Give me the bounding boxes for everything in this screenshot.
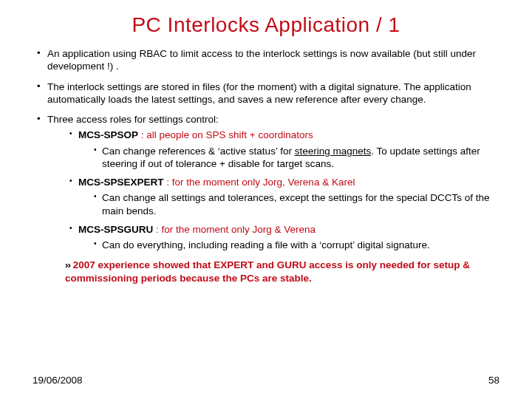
role-desc: : for the moment only Jorg, Verena & Kar… bbox=[164, 177, 355, 188]
conclusion-text: 2007 experience showed that EXPERT and G… bbox=[65, 259, 470, 284]
role-name: MCS-SPSGURU bbox=[78, 224, 153, 235]
role-name: MCS-SPSOP bbox=[78, 129, 138, 140]
role-desc: : all people on SPS shift + coordinators bbox=[138, 129, 313, 140]
footer-date: 19/06/2008 bbox=[33, 375, 83, 386]
role-item: MCS-SPSEXPERT : for the moment only Jorg… bbox=[72, 176, 499, 217]
role-sublist: Can change all settings and tolerances, … bbox=[78, 191, 499, 217]
underlined-text: steering magnets bbox=[295, 146, 372, 157]
bullet-item: An application using RBAC to limit acces… bbox=[37, 47, 499, 73]
role-sublist: Can do everything, including reading a f… bbox=[78, 239, 499, 251]
role-subitem: Can do everything, including reading a f… bbox=[96, 239, 499, 251]
conclusion: ›› 2007 experience showed that EXPERT an… bbox=[65, 259, 499, 284]
slide-title: PC Interlocks Application / 1 bbox=[33, 13, 499, 37]
bullet-item: The interlock settings are stored in fil… bbox=[37, 81, 499, 106]
roles-list: MCS-SPSOP : all people on SPS shift + co… bbox=[47, 129, 499, 251]
role-subitem: Can change references & ‘active status’ … bbox=[96, 145, 499, 171]
text: Can change references & ‘active status’ … bbox=[102, 146, 295, 157]
role-desc: : for the moment only Jorg & Verena bbox=[153, 224, 316, 235]
bullet-text: Three access roles for settings control: bbox=[47, 114, 219, 125]
bullet-item: Three access roles for settings control:… bbox=[37, 113, 499, 251]
slide: PC Interlocks Application / 1 An applica… bbox=[0, 0, 532, 399]
bullet-list: An application using RBAC to limit acces… bbox=[33, 47, 499, 251]
arrows-icon: ›› bbox=[65, 259, 70, 270]
role-name: MCS-SPSEXPERT bbox=[78, 177, 164, 188]
role-item: MCS-SPSGURU : for the moment only Jorg &… bbox=[72, 223, 499, 252]
role-item: MCS-SPSOP : all people on SPS shift + co… bbox=[72, 129, 499, 170]
role-sublist: Can change references & ‘active status’ … bbox=[78, 145, 499, 171]
footer-page-number: 58 bbox=[488, 375, 499, 386]
role-subitem: Can change all settings and tolerances, … bbox=[96, 191, 499, 217]
